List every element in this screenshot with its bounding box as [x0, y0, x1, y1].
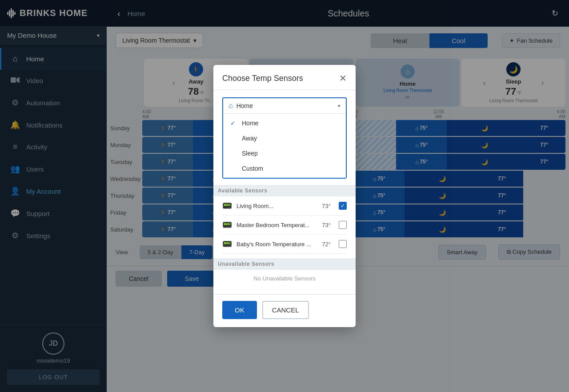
- sensor-temp-2: 73°: [322, 222, 331, 228]
- sensor-name-1: Living Room...: [236, 203, 317, 209]
- modal-overlay: Choose Temp Sensors ✕ ⌂ Home ▾ ✓ Home: [0, 0, 569, 392]
- dropdown-current-value: Home: [236, 102, 334, 109]
- modal-ok-button[interactable]: OK: [222, 301, 257, 319]
- dropdown-menu: ✓ Home Away Sleep Custom: [223, 113, 346, 178]
- dropdown-option-sleep: Sleep: [242, 150, 258, 157]
- dropdown-item-sleep[interactable]: Sleep: [223, 146, 346, 161]
- sensor-icon-1: 📟: [222, 201, 232, 211]
- sensor-master-bedroom: 📟 Master Bedroom Temperat... 73°: [222, 216, 347, 235]
- sensor-checkbox-1[interactable]: ✓: [339, 202, 347, 210]
- sensor-living-room: 📟 Living Room... 73° ✓: [222, 196, 347, 216]
- dropdown-option-custom: Custom: [242, 165, 263, 172]
- dropdown-item-away[interactable]: Away: [223, 131, 346, 146]
- modal-header: Choose Temp Sensors ✕: [213, 65, 356, 90]
- modal-close-button[interactable]: ✕: [339, 73, 347, 84]
- period-dropdown-trigger[interactable]: ⌂ Home ▾: [223, 98, 346, 113]
- sensor-checkbox-3[interactable]: [339, 240, 347, 248]
- dropdown-chevron-icon: ▾: [338, 103, 341, 109]
- unavailable-sensors-label: Unavailable Sensors: [213, 258, 356, 270]
- choose-temp-sensors-modal: Choose Temp Sensors ✕ ⌂ Home ▾ ✓ Home: [213, 65, 356, 327]
- sensor-name-3: Baby's Room Temperature ...: [236, 241, 317, 248]
- sensor-checkbox-2[interactable]: [339, 221, 347, 229]
- sensor-temp-3: 72°: [322, 241, 331, 248]
- sensor-babys-room: 📟 Baby's Room Temperature ... 72°: [222, 235, 347, 254]
- modal-body: ⌂ Home ▾ ✓ Home Away Sleep: [213, 90, 356, 294]
- sensor-icon-2: 📟: [222, 220, 232, 230]
- modal-footer: OK CANCEL: [213, 294, 356, 327]
- dropdown-item-home[interactable]: ✓ Home: [223, 116, 346, 131]
- no-unavailable-text: No Unavailable Sensors: [222, 270, 347, 287]
- modal-title: Choose Temp Sensors: [222, 74, 303, 83]
- available-sensors-label: Available Sensors: [213, 185, 356, 196]
- period-dropdown-container: ⌂ Home ▾ ✓ Home Away Sleep: [222, 97, 347, 179]
- dropdown-item-custom[interactable]: Custom: [223, 161, 346, 176]
- modal-cancel-button[interactable]: CANCEL: [262, 301, 309, 319]
- home-trigger-icon: ⌂: [228, 102, 233, 110]
- sensor-icon-3: 📟: [222, 239, 232, 249]
- sensor-name-2: Master Bedroom Temperat...: [236, 222, 317, 228]
- sensor-temp-1: 73°: [322, 203, 331, 209]
- dropdown-option-home: Home: [242, 120, 258, 127]
- dropdown-option-away: Away: [242, 135, 257, 142]
- check-icon: ✓: [230, 120, 237, 127]
